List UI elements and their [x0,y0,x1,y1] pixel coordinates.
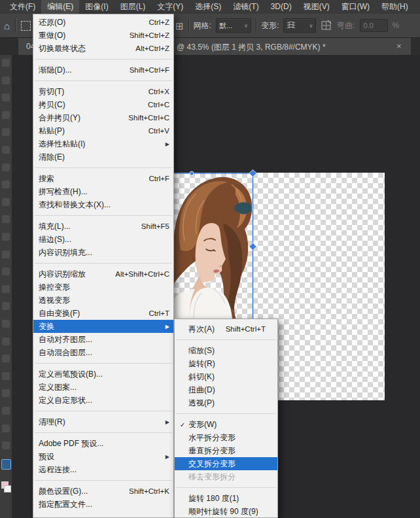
tool-slot[interactable] [2,111,10,119]
submenu-arrow-icon: ▶ [166,419,169,425]
options-right-group: ⊞ 网格: 默... ∨ 变形: ∨ 弯曲: 0.0 % [175,14,399,37]
edit-menu-item-label: 粘贴(P) [39,126,65,137]
tool-slot[interactable] [2,198,10,206]
edit-menu-item-36[interactable]: 预设▶ [33,450,173,463]
transform-box-icon[interactable] [21,21,31,31]
menubar-item-filter[interactable]: 滤镜(T) [227,0,264,14]
tool-slot[interactable] [2,181,10,188]
transform-submenu-item-0[interactable]: 再次(A)Shift+Ctrl+T [175,322,277,336]
tool-slot[interactable] [2,233,10,241]
edit-menu-item-14[interactable]: 拼写检查(H)... [33,185,173,198]
edit-menu-item-24[interactable]: 自由变换(F)Ctrl+T [33,307,173,320]
tool-slot[interactable] [2,407,10,415]
edit-menu-item-17[interactable]: 填充(L)...Shift+F5 [33,220,173,233]
warp-grid-icon[interactable]: ⊞ [175,21,184,31]
edit-menu-item-9[interactable]: 粘贴(P)Ctrl+V [33,124,173,137]
tool-slot[interactable] [2,320,10,328]
menubar-item-image[interactable]: 图像(I) [79,0,114,14]
transform-submenu-item-8[interactable]: ✓变形(W) [175,418,277,431]
edit-menu-item-15[interactable]: 查找和替换文本(X)... [33,198,173,211]
edit-menu-item-33[interactable]: 清理(R)▶ [33,415,173,428]
tool-slot[interactable] [2,250,10,258]
transform-submenu-item-label: 旋转(R) [188,358,215,370]
edit-menu-item-30[interactable]: 定义图案... [33,381,173,394]
tool-slot[interactable] [2,372,10,380]
bend-input: 0.0 [360,19,388,32]
menubar-item-view[interactable]: 视图(V) [298,0,336,14]
edit-menu-item-31[interactable]: 定义自定形状... [33,394,173,407]
edit-menu-item-1[interactable]: 重做(O)Shift+Ctrl+Z [33,29,173,42]
tool-slot[interactable] [2,146,10,154]
transform-submenu-item-5[interactable]: 扭曲(D) [175,383,277,396]
transform-submenu-item-10[interactable]: 垂直拆分变形 [175,444,277,457]
edit-menu-item-27[interactable]: 自动混合图层... [33,346,173,359]
warp-style-dropdown[interactable]: ∨ [283,18,316,33]
tab-close-icon[interactable]: × [396,41,402,51]
edit-menu-item-10[interactable]: 选择性粘贴(I)▶ [33,137,173,150]
edit-menu-separator [35,80,172,81]
checkmark-icon: ✓ [180,421,188,428]
tool-slot[interactable] [2,424,10,432]
edit-menu-item-11[interactable]: 清除(E) [33,150,173,164]
tool-slot[interactable] [2,268,10,275]
transform-submenu-item-15[interactable]: 顺时针旋转 90 度(9) [175,505,277,518]
shortcut-label: Shift+Ctrl+T [226,325,266,333]
edit-menu-item-22[interactable]: 操控变形 [33,281,173,294]
transform-submenu-item-11[interactable]: 交叉拆分变形 [175,457,277,470]
menubar-item-type[interactable]: 文字(Y) [151,0,189,14]
edit-menu-item-25[interactable]: 变换▶ [33,320,173,333]
menubar-item-edit[interactable]: 编辑(E) [41,0,79,14]
tool-slot[interactable] [2,441,10,449]
edit-menu-item-26[interactable]: 自动对齐图层... [33,333,173,346]
edit-menu-item-35[interactable]: Adobe PDF 预设... [33,437,173,450]
edit-menu-item-label: 内容识别缩放 [39,269,86,280]
background-color-swatch[interactable] [4,485,11,492]
menubar-item-3d[interactable]: 3D(D) [265,0,298,14]
tool-slot[interactable] [2,77,10,84]
edit-menu-item-21[interactable]: 内容识别缩放Alt+Shift+Ctrl+C [33,268,173,281]
transform-submenu-item-2[interactable]: 缩放(S) [175,344,277,357]
edit-menu-item-37[interactable]: 远程连接... [33,463,173,476]
menubar-item-select[interactable]: 选择(S) [189,0,227,14]
edit-menu-item-19[interactable]: 内容识别填充... [33,246,173,259]
edit-menu-item-6[interactable]: 剪切(T)Ctrl+X [33,85,173,98]
edit-menu-item-13[interactable]: 搜索Ctrl+F [33,172,173,185]
transform-submenu-item-3[interactable]: 旋转(R) [175,357,277,370]
options-separator [256,18,256,33]
edit-menu-item-2[interactable]: 切换最终状态Alt+Ctrl+Z [33,42,173,55]
tool-slot[interactable] [2,164,10,171]
menubar-item-layer[interactable]: 图层(L) [114,0,152,14]
tool-slot[interactable] [2,128,10,136]
split-warp-icon[interactable] [321,20,332,31]
tool-slot[interactable] [2,94,10,101]
grid-dropdown[interactable]: 默... ∨ [216,18,251,33]
transform-submenu-item-9[interactable]: 水平拆分变形 [175,431,277,444]
edit-menu-item-29[interactable]: 定义画笔预设(B)... [33,368,173,381]
tool-slot-selected[interactable] [1,459,11,470]
tool-slot[interactable] [2,59,10,67]
tool-slot[interactable] [2,337,10,345]
edit-menu-item-39[interactable]: 颜色设置(G)...Shift+Ctrl+K [33,485,173,498]
menubar-item-file[interactable]: 文件(F) [4,0,41,14]
transform-submenu-item-4[interactable]: 斜切(K) [175,370,277,383]
edit-menu-item-23[interactable]: 透视变形 [33,294,173,307]
edit-menu-item-40[interactable]: 指定配置文件... [33,498,173,511]
home-icon[interactable]: ⌂ [4,20,10,31]
tool-slot[interactable] [2,215,10,223]
menubar-item-help[interactable]: 帮助(H) [376,0,414,14]
edit-menu-item-label: 搜索 [39,173,54,184]
transform-submenu-item-14[interactable]: 旋转 180 度(1) [175,492,277,505]
edit-menu-item-18[interactable]: 描边(S)... [33,233,173,246]
edit-menu-item-7[interactable]: 拷贝(C)Ctrl+C [33,98,173,111]
tool-slot[interactable] [2,389,10,397]
transform-submenu-item-6[interactable]: 透视(P) [175,396,277,409]
shortcut-label: Ctrl+F [149,175,169,182]
menubar-item-window[interactable]: 窗口(W) [336,0,376,14]
edit-menu-item-4[interactable]: 渐隐(D)...Shift+Ctrl+F [33,63,173,77]
tool-slot[interactable] [2,354,10,362]
tool-slot[interactable] [2,285,10,293]
edit-menu-item-label: 剪切(T) [39,86,64,97]
edit-menu-item-8[interactable]: 合并拷贝(Y)Shift+Ctrl+C [33,111,173,124]
edit-menu-item-0[interactable]: 还原(O)Ctrl+Z [33,16,173,29]
tool-slot[interactable] [2,302,10,310]
